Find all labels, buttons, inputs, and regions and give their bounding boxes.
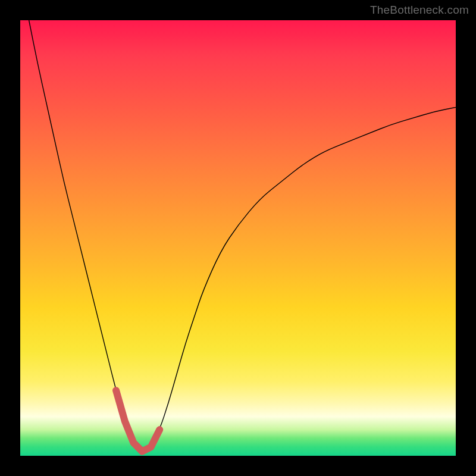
bottleneck-highlight [116, 390, 159, 451]
bottleneck-curve [29, 20, 456, 450]
watermark-text: TheBottleneck.com [370, 4, 469, 17]
bottleneck-chart [20, 20, 456, 456]
